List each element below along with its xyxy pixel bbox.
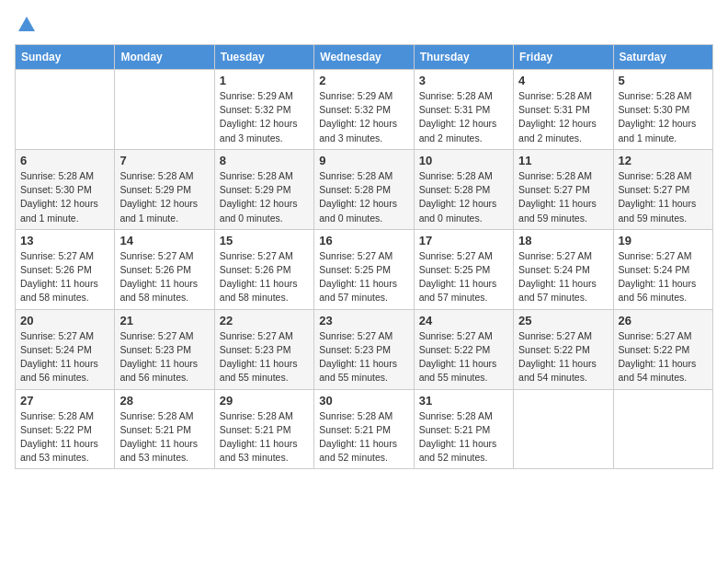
day-info: Sunrise: 5:27 AM Sunset: 5:26 PM Dayligh…: [20, 249, 109, 305]
day-number: 24: [419, 314, 508, 327]
day-number: 11: [518, 154, 608, 167]
day-number: 18: [518, 234, 608, 247]
day-number: 17: [419, 234, 508, 247]
calendar-cell: [613, 389, 712, 469]
calendar-cell: [16, 70, 115, 150]
calendar-cell: 5Sunrise: 5:28 AM Sunset: 5:30 PM Daylig…: [613, 70, 712, 150]
day-number: 8: [220, 154, 309, 167]
calendar-cell: [514, 389, 613, 469]
calendar-cell: 14Sunrise: 5:27 AM Sunset: 5:26 PM Dayli…: [115, 229, 214, 309]
calendar-cell: 1Sunrise: 5:29 AM Sunset: 5:32 PM Daylig…: [214, 70, 313, 150]
calendar-cell: 28Sunrise: 5:28 AM Sunset: 5:21 PM Dayli…: [115, 389, 214, 469]
day-number: 5: [619, 74, 708, 87]
day-number: 27: [20, 394, 109, 408]
day-info: Sunrise: 5:28 AM Sunset: 5:29 PM Dayligh…: [119, 169, 209, 225]
day-info: Sunrise: 5:28 AM Sunset: 5:22 PM Dayligh…: [20, 409, 109, 465]
day-info: Sunrise: 5:27 AM Sunset: 5:22 PM Dayligh…: [518, 329, 608, 385]
calendar-cell: 2Sunrise: 5:29 AM Sunset: 5:32 PM Daylig…: [314, 70, 414, 150]
calendar-cell: 22Sunrise: 5:27 AM Sunset: 5:23 PM Dayli…: [214, 309, 313, 389]
svg-marker-0: [18, 17, 35, 31]
day-info: Sunrise: 5:27 AM Sunset: 5:25 PM Dayligh…: [319, 249, 408, 305]
calendar-week-row: 6Sunrise: 5:28 AM Sunset: 5:30 PM Daylig…: [16, 149, 713, 229]
day-info: Sunrise: 5:28 AM Sunset: 5:21 PM Dayligh…: [119, 409, 209, 465]
day-info: Sunrise: 5:28 AM Sunset: 5:21 PM Dayligh…: [220, 409, 309, 465]
day-info: Sunrise: 5:27 AM Sunset: 5:23 PM Dayligh…: [220, 329, 309, 385]
calendar-cell: 25Sunrise: 5:27 AM Sunset: 5:22 PM Dayli…: [514, 309, 613, 389]
day-info: Sunrise: 5:27 AM Sunset: 5:23 PM Dayligh…: [119, 329, 209, 385]
day-number: 30: [319, 394, 408, 408]
day-info: Sunrise: 5:28 AM Sunset: 5:28 PM Dayligh…: [319, 169, 408, 225]
calendar-header-wednesday: Wednesday: [314, 45, 414, 70]
day-number: 14: [119, 234, 209, 247]
calendar-header-row: SundayMondayTuesdayWednesdayThursdayFrid…: [16, 45, 713, 70]
day-info: Sunrise: 5:27 AM Sunset: 5:26 PM Dayligh…: [119, 249, 209, 305]
calendar-header-tuesday: Tuesday: [214, 45, 313, 70]
day-number: 3: [419, 74, 508, 87]
day-info: Sunrise: 5:28 AM Sunset: 5:21 PM Dayligh…: [419, 409, 508, 465]
calendar-week-row: 13Sunrise: 5:27 AM Sunset: 5:26 PM Dayli…: [16, 229, 713, 309]
calendar-cell: 13Sunrise: 5:27 AM Sunset: 5:26 PM Dayli…: [16, 229, 115, 309]
day-number: 16: [319, 234, 408, 247]
calendar-header-monday: Monday: [115, 45, 214, 70]
day-number: 20: [20, 314, 109, 327]
day-info: Sunrise: 5:27 AM Sunset: 5:22 PM Dayligh…: [619, 329, 708, 385]
logo-icon: [17, 15, 37, 35]
day-info: Sunrise: 5:27 AM Sunset: 5:23 PM Dayligh…: [319, 329, 408, 385]
day-number: 23: [319, 314, 408, 327]
day-info: Sunrise: 5:27 AM Sunset: 5:26 PM Dayligh…: [220, 249, 309, 305]
day-info: Sunrise: 5:29 AM Sunset: 5:32 PM Dayligh…: [319, 89, 408, 145]
day-number: 21: [119, 314, 209, 327]
calendar-cell: 29Sunrise: 5:28 AM Sunset: 5:21 PM Dayli…: [214, 389, 313, 469]
calendar-cell: 4Sunrise: 5:28 AM Sunset: 5:31 PM Daylig…: [514, 70, 613, 150]
calendar-cell: 16Sunrise: 5:27 AM Sunset: 5:25 PM Dayli…: [314, 229, 414, 309]
day-number: 31: [419, 394, 508, 408]
calendar-header-sunday: Sunday: [16, 45, 115, 70]
day-number: 12: [619, 154, 708, 167]
calendar-cell: 31Sunrise: 5:28 AM Sunset: 5:21 PM Dayli…: [414, 389, 513, 469]
day-info: Sunrise: 5:27 AM Sunset: 5:24 PM Dayligh…: [619, 249, 708, 305]
calendar-cell: 10Sunrise: 5:28 AM Sunset: 5:28 PM Dayli…: [414, 149, 513, 229]
calendar-cell: 8Sunrise: 5:28 AM Sunset: 5:29 PM Daylig…: [214, 149, 313, 229]
day-number: 6: [20, 154, 109, 167]
calendar-cell: 19Sunrise: 5:27 AM Sunset: 5:24 PM Dayli…: [613, 229, 712, 309]
calendar-cell: 3Sunrise: 5:28 AM Sunset: 5:31 PM Daylig…: [414, 70, 513, 150]
calendar-cell: 15Sunrise: 5:27 AM Sunset: 5:26 PM Dayli…: [214, 229, 313, 309]
day-info: Sunrise: 5:28 AM Sunset: 5:30 PM Dayligh…: [619, 89, 708, 145]
calendar-cell: 17Sunrise: 5:27 AM Sunset: 5:25 PM Dayli…: [414, 229, 513, 309]
day-number: 4: [518, 74, 608, 87]
day-number: 9: [319, 154, 408, 167]
calendar-cell: 24Sunrise: 5:27 AM Sunset: 5:22 PM Dayli…: [414, 309, 513, 389]
day-number: 26: [619, 314, 708, 327]
day-number: 29: [220, 394, 309, 408]
page-header: [15, 15, 713, 37]
day-info: Sunrise: 5:27 AM Sunset: 5:24 PM Dayligh…: [518, 249, 608, 305]
calendar-cell: 12Sunrise: 5:28 AM Sunset: 5:27 PM Dayli…: [613, 149, 712, 229]
day-number: 1: [220, 74, 309, 87]
day-number: 19: [619, 234, 708, 247]
day-number: 22: [220, 314, 309, 327]
calendar-cell: 18Sunrise: 5:27 AM Sunset: 5:24 PM Dayli…: [514, 229, 613, 309]
calendar-header-thursday: Thursday: [414, 45, 513, 70]
calendar-cell: 30Sunrise: 5:28 AM Sunset: 5:21 PM Dayli…: [314, 389, 414, 469]
calendar-cell: 7Sunrise: 5:28 AM Sunset: 5:29 PM Daylig…: [115, 149, 214, 229]
day-info: Sunrise: 5:28 AM Sunset: 5:28 PM Dayligh…: [419, 169, 508, 225]
calendar-cell: [115, 70, 214, 150]
day-number: 15: [220, 234, 309, 247]
day-info: Sunrise: 5:28 AM Sunset: 5:31 PM Dayligh…: [419, 89, 508, 145]
day-info: Sunrise: 5:28 AM Sunset: 5:27 PM Dayligh…: [619, 169, 708, 225]
calendar-cell: 6Sunrise: 5:28 AM Sunset: 5:30 PM Daylig…: [16, 149, 115, 229]
day-info: Sunrise: 5:27 AM Sunset: 5:24 PM Dayligh…: [20, 329, 109, 385]
calendar-cell: 27Sunrise: 5:28 AM Sunset: 5:22 PM Dayli…: [16, 389, 115, 469]
logo: [15, 15, 37, 37]
calendar-cell: 26Sunrise: 5:27 AM Sunset: 5:22 PM Dayli…: [613, 309, 712, 389]
calendar-cell: 20Sunrise: 5:27 AM Sunset: 5:24 PM Dayli…: [16, 309, 115, 389]
calendar-cell: 21Sunrise: 5:27 AM Sunset: 5:23 PM Dayli…: [115, 309, 214, 389]
day-number: 25: [518, 314, 608, 327]
day-info: Sunrise: 5:27 AM Sunset: 5:22 PM Dayligh…: [419, 329, 508, 385]
day-info: Sunrise: 5:29 AM Sunset: 5:32 PM Dayligh…: [220, 89, 309, 145]
day-number: 7: [119, 154, 209, 167]
calendar-header-friday: Friday: [514, 45, 613, 70]
calendar-week-row: 1Sunrise: 5:29 AM Sunset: 5:32 PM Daylig…: [16, 70, 713, 150]
day-number: 28: [119, 394, 209, 408]
calendar-header-saturday: Saturday: [613, 45, 712, 70]
